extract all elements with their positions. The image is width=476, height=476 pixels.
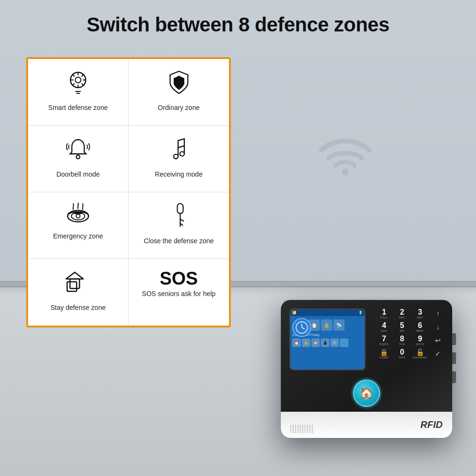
home-button-icon: 🏠	[359, 387, 374, 400]
svg-point-16	[173, 154, 178, 159]
svg-point-29	[342, 169, 348, 176]
svg-rect-22	[177, 204, 183, 214]
svg-rect-27	[70, 279, 79, 288]
svg-point-12	[76, 155, 79, 159]
home-shapes-icon	[65, 269, 91, 298]
key-down: ↓	[430, 322, 446, 332]
smoke-detector-icon	[64, 203, 92, 227]
home-button[interactable]: 🏠	[353, 379, 380, 407]
keypad-grid: 1CALL 2ABC 3DEF ↑ 4GHI 5JKL 6MNO ↓ 7PQRS…	[377, 308, 446, 359]
wifi-wall-icon	[317, 133, 374, 176]
device-speaker	[290, 425, 314, 433]
device-bottom-strip: RFID	[281, 412, 452, 438]
side-button-1[interactable]	[452, 333, 456, 345]
page-heading: Switch between 8 defence zones	[0, 13, 476, 36]
key-back: ↩	[430, 335, 446, 346]
zones-grid: Smart defense zone Ordinary zone	[28, 59, 229, 326]
zone-ordinary-label: Ordinary zone	[158, 103, 200, 112]
svg-line-32	[302, 327, 305, 329]
svg-point-1	[75, 77, 81, 83]
svg-line-8	[81, 75, 83, 77]
zone-receiving: Receiving mode	[129, 126, 229, 192]
key-6: 6MNO	[413, 322, 428, 332]
screen-btn-3: 📡	[333, 319, 345, 331]
screen-small-btn-3: 🏠	[311, 338, 320, 347]
device-body: 📶 🔋 🏠 📋 🔒 📡	[281, 300, 452, 438]
key-5: 5JKL	[395, 322, 410, 332]
svg-point-20	[76, 214, 80, 218]
screen-small-btn-4: 📱	[321, 338, 329, 347]
device-keypad: 1CALL 2ABC 3DEF ↑ 4GHI 5JKL 6MNO ↓ 7PQRS…	[377, 308, 446, 359]
shield-icon	[167, 69, 191, 99]
zone-sos: SOS SOS seniors ask for help	[129, 259, 229, 326]
screen-status-bar: 📶 🔋	[290, 309, 365, 316]
device-rfid-label: RFID	[420, 419, 443, 430]
zone-doorbell: Doorbell mode	[28, 126, 129, 192]
svg-rect-26	[67, 282, 77, 291]
key-9: 9WXYZ	[413, 335, 428, 346]
svg-marker-28	[66, 272, 83, 279]
key-2: 2ABC	[395, 308, 410, 319]
side-button-3[interactable]	[452, 371, 456, 383]
zone-emergency-label: Emergency zone	[53, 232, 103, 241]
zone-smart-defense: Smart defense zone	[28, 59, 129, 126]
key-unlock: 🔓DISARM#	[413, 348, 428, 359]
key-8: 8TUV	[395, 335, 410, 346]
zone-ordinary: Ordinary zone	[129, 59, 229, 126]
zone-receiving-label: Receiving mode	[155, 170, 202, 179]
screen-bottom-icons: ⏰ 🔒 🏠 📱 ⚙️ 🌐	[290, 337, 365, 348]
svg-rect-21	[74, 211, 82, 214]
brain-gear-icon	[65, 69, 91, 99]
screen-signal: 🔋	[358, 311, 363, 315]
zone-sos-label: SOS seniors ask for help	[142, 289, 216, 298]
screen-wifi-icon: 📶	[292, 311, 297, 315]
zone-stay-defense-label: Stay defense zone	[50, 303, 106, 312]
key-7: 7PQRS	[377, 335, 392, 346]
zone-close-defense: Close the defense zone	[129, 192, 229, 259]
key-icon	[169, 203, 189, 232]
zone-doorbell-label: Doorbell mode	[56, 170, 99, 179]
screen-small-btn-2: 🔒	[302, 338, 310, 347]
screen-clock	[292, 318, 311, 337]
side-button-2[interactable]	[452, 352, 456, 364]
screen-small-btn-1: ⏰	[292, 338, 301, 347]
screen-small-btn-6: 🌐	[340, 338, 348, 347]
key-0: 0SOS	[395, 348, 410, 359]
key-up: ↑	[430, 308, 446, 319]
sos-icon: SOS	[159, 269, 198, 288]
security-device: 📶 🔋 🏠 📋 🔒 📡	[281, 300, 452, 438]
zone-stay-defense: Stay defense zone	[28, 259, 129, 326]
key-3: 3DEF	[413, 308, 428, 319]
key-1: 1CALL	[377, 308, 392, 319]
zone-emergency: Emergency zone	[28, 192, 129, 259]
device-screen: 📶 🔋 🏠 📋 🔒 📡	[289, 308, 366, 370]
svg-point-17	[179, 152, 184, 156]
svg-line-9	[73, 83, 75, 85]
svg-line-7	[81, 83, 83, 85]
key-lock: 🔒ARM#	[377, 348, 392, 359]
key-check: ✓	[430, 348, 446, 359]
screen-small-btn-5: ⚙️	[330, 338, 339, 347]
zone-close-defense-label: Close the defense zone	[144, 237, 214, 246]
screen-btn-2: 🔒	[321, 319, 332, 331]
defense-zones-card: Smart defense zone Ordinary zone	[26, 57, 231, 327]
music-note-icon	[169, 136, 188, 165]
key-4: 4GHI	[377, 322, 392, 332]
svg-line-6	[73, 75, 75, 77]
bell-icon	[66, 136, 90, 165]
zone-smart-defense-label: Smart defense zone	[48, 103, 108, 112]
